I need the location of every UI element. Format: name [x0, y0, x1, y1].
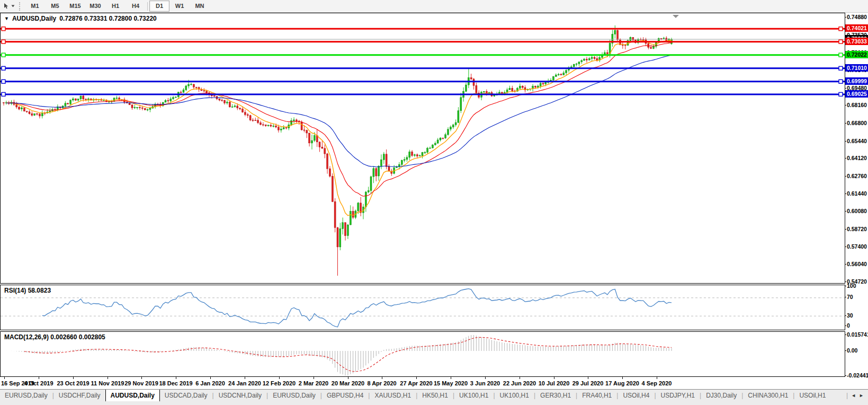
symbol-period-label: AUDUSD,Daily: [12, 15, 56, 22]
price-chart-panel[interactable]: ▼ AUDUSD,Daily 0.72876 0.73331 0.72800 0…: [0, 13, 845, 284]
chart-tab-ger30-h1[interactable]: GER30,H1: [535, 390, 576, 401]
chart-tab-uk100-h1[interactable]: UK100,H1: [454, 390, 493, 401]
candlestick-chart[interactable]: [1, 13, 845, 283]
chart-shift-marker-icon[interactable]: [673, 15, 679, 18]
timeframe-button-h4[interactable]: H4: [126, 1, 146, 12]
chart-tab-usdcnh-daily[interactable]: USDCNH,Daily: [214, 390, 266, 401]
rsi-label-text: RSI(14) 58.0823: [4, 287, 51, 294]
chart-tab-xauusd-h1[interactable]: XAUUSD,H1: [370, 390, 416, 401]
toolbar-grip: [19, 2, 23, 11]
hline-handle[interactable]: [839, 80, 843, 83]
chart-tab-hk50-h1[interactable]: HK50,H1: [417, 390, 453, 401]
date-axis-label: 23 Oct 2019: [57, 380, 89, 386]
chart-tab-eurusd-daily[interactable]: EURUSD,Daily: [0, 390, 52, 401]
rsi-plot[interactable]: [1, 285, 845, 330]
chart-tab-bar: EURUSD,Daily|USDCHF,DailyAUDUSD,DailyUSD…: [0, 389, 868, 405]
date-tick: [141, 377, 142, 379]
chart-tab-usoil-h1[interactable]: USOil,H1: [794, 390, 830, 401]
timeframe-button-m1[interactable]: M1: [25, 1, 45, 12]
price-axis-label: 0.64120: [847, 155, 867, 161]
chart-tab-china300-h1[interactable]: CHINA300,H1: [743, 390, 793, 401]
chart-tab-dj30-daily[interactable]: DJ30,Daily: [701, 390, 741, 401]
tab-scroll-left-button[interactable]: ◄: [851, 393, 856, 398]
chart-tab-fra40-h1[interactable]: FRA40,H1: [577, 390, 616, 401]
chart-tab-usdjpy-h1[interactable]: USDJPY,H1: [656, 390, 700, 401]
timeframe-button-h1[interactable]: H1: [105, 1, 126, 12]
date-axis-label: 4 Oct 2019: [24, 380, 53, 386]
date-tick: [210, 377, 211, 379]
price-axis-label: 0.62760: [847, 173, 867, 179]
chart-tab-usdcad-daily[interactable]: USDCAD,Daily: [160, 390, 212, 401]
date-axis-label: 24 Jan 2020: [228, 380, 261, 386]
chart-tab-usoil-h4[interactable]: USOil,H4: [618, 390, 654, 401]
date-axis-label: 29 Nov 2019: [124, 380, 158, 386]
hline-handle[interactable]: [839, 66, 843, 70]
chart-tab-uk100-h1[interactable]: UK100,H1: [495, 390, 534, 401]
collapse-chart-icon[interactable]: ▼: [4, 16, 9, 21]
hline-price-badge: 0.74021: [845, 24, 868, 32]
tab-scroll-right-button[interactable]: ►: [859, 393, 864, 398]
macd-axis-label: 0.00: [847, 347, 857, 354]
price-axis-label: 0.57400: [847, 243, 867, 250]
hline-handle[interactable]: [839, 40, 843, 43]
chart-tab-gbpusd-h4[interactable]: GBPUSD,H4: [322, 390, 368, 401]
date-axis-label: 8 Apr 2020: [367, 380, 396, 386]
date-tick: [108, 377, 108, 379]
date-tick: [416, 377, 417, 379]
date-axis-label: 27 Apr 2020: [400, 380, 432, 386]
price-axis-label: 0.61440: [847, 190, 867, 197]
macd-axis-label: 0.015741: [847, 331, 868, 338]
chart-tab-audusd-daily[interactable]: AUDUSD,Daily: [105, 390, 160, 401]
date-axis-label: 18 Dec 2019: [159, 380, 193, 386]
date-axis-label: 2 Mar 2020: [299, 380, 328, 386]
date-tick: [314, 377, 314, 379]
hline-handle[interactable]: [839, 27, 843, 31]
date-axis-label: 3 Jun 2020: [470, 380, 500, 386]
timeframe-button-m5[interactable]: M5: [45, 1, 65, 12]
hline-handle[interactable]: [2, 40, 5, 43]
macd-plot[interactable]: [1, 332, 845, 376]
macd-label-text: MACD(12,26,9) 0.002660 0.002805: [4, 333, 105, 341]
ma-20-line: [6, 43, 672, 197]
hline-handle[interactable]: [839, 92, 843, 96]
ohlc-values: 0.72876 0.73331 0.72800 0.73220: [59, 15, 157, 22]
tab-separator: |: [846, 392, 848, 399]
price-axis-label: 0.66800: [847, 120, 867, 126]
hline-handle[interactable]: [839, 53, 843, 57]
date-axis-label: 12 Feb 2020: [263, 380, 296, 386]
timeframe-button-d1[interactable]: D1: [149, 1, 169, 12]
hline-handle[interactable]: [2, 92, 5, 96]
date-tick: [176, 377, 176, 379]
cursor-icon: [3, 3, 10, 10]
macd-panel[interactable]: MACD(12,26,9) 0.002660 0.002805: [0, 331, 845, 377]
rsi-axis-label: 30: [847, 312, 853, 319]
date-axis-label: 11 Nov 2019: [91, 380, 124, 386]
date-tick: [279, 377, 280, 379]
date-tick: [622, 377, 623, 379]
timeframe-button-m30[interactable]: M30: [85, 1, 105, 12]
date-tick: [588, 377, 588, 379]
timeframe-button-w1[interactable]: W1: [169, 1, 190, 12]
timeframe-button-mn[interactable]: MN: [190, 1, 210, 12]
hline-handle[interactable]: [2, 80, 5, 83]
date-tick: [382, 377, 382, 379]
cursor-tool-button[interactable]: [0, 1, 18, 12]
price-axis-label: 0.58720: [847, 226, 867, 232]
hline-handle[interactable]: [2, 27, 5, 31]
date-tick: [348, 377, 348, 379]
tab-scroll-arrows: | ◄ ►: [844, 390, 868, 399]
date-tick: [39, 377, 39, 379]
price-axis-label: 0.65440: [847, 138, 867, 144]
date-tick: [4, 377, 5, 379]
chart-tab-usdchf-daily[interactable]: USDCHF,Daily: [54, 390, 105, 401]
hline-handle[interactable]: [2, 53, 5, 57]
hline-price-badge: 0.71010: [845, 64, 868, 72]
rsi-axis-label: 100: [847, 283, 856, 289]
macd-axis-label: -0.024412: [847, 372, 868, 378]
hline-handle[interactable]: [2, 66, 5, 70]
macd-label: MACD(12,26,9) 0.002660 0.002805: [4, 333, 105, 341]
date-axis-label: 20 Mar 2020: [332, 380, 364, 386]
rsi-panel[interactable]: RSI(14) 58.0823: [0, 285, 845, 330]
timeframe-button-m15[interactable]: M15: [65, 1, 85, 12]
chart-tab-eurusd-daily[interactable]: EURUSD,Daily: [268, 390, 320, 401]
